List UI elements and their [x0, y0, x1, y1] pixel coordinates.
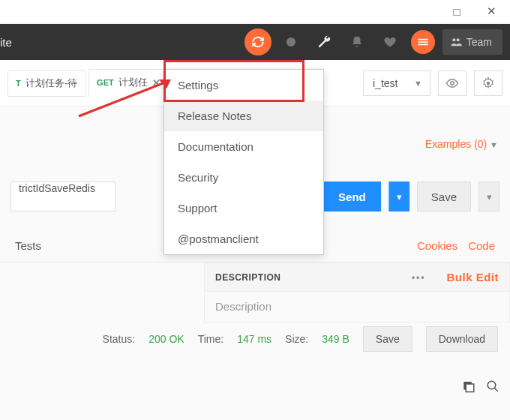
cookies-link[interactable]: Cookies [417, 239, 458, 252]
svg-point-4 [487, 81, 490, 85]
request-tab[interactable]: T 计划任务-待 [8, 70, 86, 97]
svg-point-2 [456, 38, 459, 41]
svg-line-10 [494, 388, 498, 392]
team-label: Team [466, 36, 492, 48]
menu-item-twitter[interactable]: @postmanclient [164, 224, 323, 254]
send-dropdown[interactable]: ▾ [388, 182, 410, 212]
svg-point-3 [451, 81, 454, 85]
environment-preview-icon[interactable] [438, 70, 466, 96]
invite-button[interactable]: ite [0, 24, 22, 60]
request-tab[interactable]: GET 计划任 ✕ [88, 69, 169, 97]
close-icon[interactable]: ✕ [152, 77, 160, 88]
menu-item-support[interactable]: Support [164, 193, 323, 224]
response-status-row: Status: 200 OK Time: 147 ms Size: 349 B … [0, 322, 510, 356]
avatar[interactable] [411, 30, 435, 54]
menu-item-documentation[interactable]: Documentation [164, 131, 323, 162]
svg-rect-8 [466, 384, 474, 392]
tab-tests[interactable]: Tests [15, 239, 41, 252]
bulk-edit-link[interactable]: Bulk Edit [446, 271, 499, 284]
svg-point-0 [286, 38, 296, 46]
save-dropdown[interactable]: ▾ [478, 182, 500, 212]
time-value: 147 ms [237, 333, 272, 345]
menu-item-release-notes[interactable]: Release Notes [164, 100, 323, 131]
svg-point-9 [488, 381, 496, 389]
examples-link[interactable]: Examples (0) ▼ [425, 138, 498, 150]
description-column-header: DESCRIPTION ••• Bulk Edit [204, 262, 510, 292]
status-label: Status: [103, 333, 136, 345]
environment-value: i_test [373, 77, 398, 89]
tab-label: 计划任 [118, 76, 148, 89]
send-button[interactable]: Send [323, 182, 381, 212]
environment-settings-icon[interactable] [474, 70, 502, 96]
satellite-icon[interactable] [278, 28, 304, 56]
window-close-icon[interactable]: ✕ [484, 4, 498, 18]
save-button[interactable]: Save [417, 182, 471, 212]
wrench-menu: Settings Release Notes Documentation Sec… [164, 69, 324, 255]
window-maximize-icon[interactable]: □ [450, 5, 464, 18]
size-value: 349 B [322, 333, 350, 345]
tab-label: 计划任务-待 [26, 76, 77, 90]
environment-select[interactable]: i_test ▼ [363, 70, 430, 96]
response-save-button[interactable]: Save [363, 326, 412, 352]
size-label: Size: [285, 333, 308, 345]
search-icon[interactable] [486, 380, 500, 393]
menu-item-security[interactable]: Security [164, 162, 323, 193]
description-input[interactable]: Description [204, 291, 510, 322]
more-icon[interactable]: ••• [412, 272, 426, 283]
menu-item-settings[interactable]: Settings [164, 70, 323, 100]
time-label: Time: [198, 333, 224, 345]
team-button[interactable]: Team [442, 29, 502, 55]
two-pane-icon[interactable] [462, 380, 476, 393]
heart-icon[interactable] [376, 28, 404, 56]
bell-icon[interactable] [344, 28, 370, 56]
chevron-down-icon: ▼ [414, 79, 422, 88]
response-download-button[interactable]: Download [426, 326, 498, 352]
sync-icon[interactable] [244, 28, 272, 56]
chevron-down-icon: ▼ [490, 140, 498, 149]
request-url-input[interactable]: trictIdSaveRedis [10, 182, 116, 212]
method-badge: GET [97, 78, 114, 87]
topbar: ite Team [0, 24, 510, 60]
wrench-icon[interactable] [310, 28, 338, 56]
status-value: 200 OK [148, 333, 184, 345]
code-link[interactable]: Code [468, 239, 495, 252]
method-badge: T [16, 79, 21, 88]
svg-point-1 [452, 38, 455, 41]
